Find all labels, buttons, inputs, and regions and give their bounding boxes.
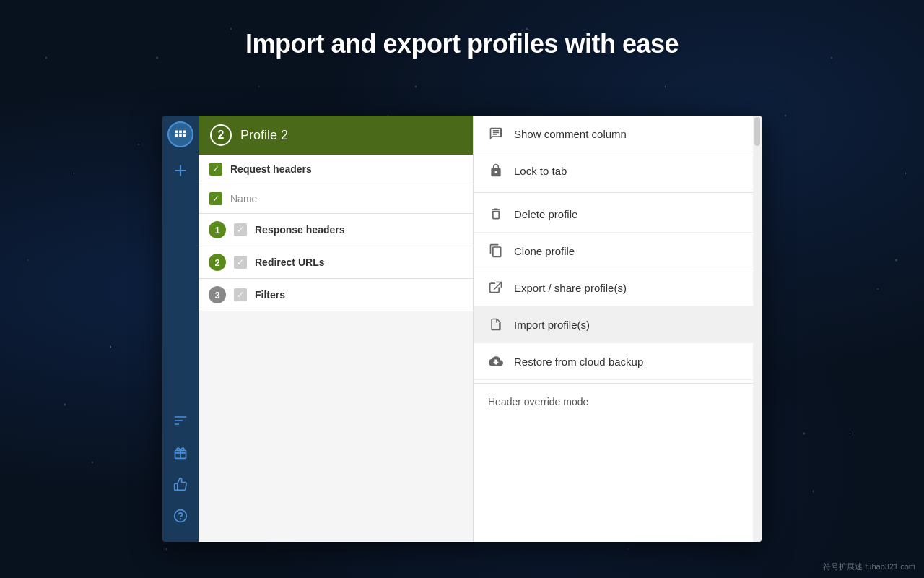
profile-number: 2	[210, 124, 232, 146]
dropdown-panel: Show comment column Lock to tab Delete p…	[473, 116, 762, 542]
scrollbar-track[interactable]	[753, 116, 762, 542]
separator-1	[474, 192, 762, 193]
menu-item-clone-profile[interactable]: Clone profile	[474, 233, 762, 269]
profile-name: Profile 2	[240, 128, 288, 143]
import-svg	[489, 317, 503, 332]
comment-svg	[489, 126, 503, 141]
sidebar-bottom	[167, 406, 193, 536]
add-icon	[173, 163, 188, 178]
thumbsup-icon	[173, 477, 188, 491]
show-comment-label: Show comment column	[514, 128, 627, 140]
header-override-mode-label: Header override mode	[474, 387, 762, 416]
cloud-svg	[489, 354, 503, 368]
main-panel: 2 Profile 2 Request headers Name 1 Respo…	[199, 116, 473, 542]
help-button[interactable]	[167, 503, 193, 529]
logo-icon	[173, 126, 188, 142]
cloud-icon	[488, 353, 504, 369]
request-headers-label: Request headers	[230, 163, 312, 175]
gift-button[interactable]	[167, 439, 193, 465]
trash-icon	[488, 206, 504, 222]
checkbox-request-headers[interactable]	[209, 162, 223, 176]
unchecked-icon-redirect	[234, 256, 247, 269]
gift-icon	[173, 445, 188, 460]
profile-header[interactable]: 2 Profile 2	[199, 116, 473, 155]
import-icon	[488, 316, 504, 332]
trash-svg	[489, 207, 503, 221]
export-svg	[489, 280, 503, 295]
section-filters[interactable]: 3 Filters	[199, 279, 473, 311]
checkbox-response-headers[interactable]	[233, 223, 248, 237]
lock-to-tab-label: Lock to tab	[514, 165, 567, 177]
checked-icon	[209, 163, 222, 176]
help-icon	[173, 509, 188, 523]
section-name[interactable]: Name	[199, 184, 473, 214]
unchecked-icon-response	[234, 223, 247, 236]
menu-item-export-profile[interactable]: Export / share profile(s)	[474, 269, 762, 306]
lock-svg	[489, 163, 503, 178]
svg-point-5	[180, 519, 181, 519]
import-profile-label: Import profile(s)	[514, 319, 590, 331]
menu-item-restore-cloud[interactable]: Restore from cloud backup	[474, 343, 762, 380]
number-circle-2: 2	[209, 254, 226, 271]
response-headers-label: Response headers	[255, 224, 345, 236]
delete-profile-label: Delete profile	[514, 208, 578, 220]
number-circle-3: 3	[209, 286, 226, 303]
separator-2	[474, 383, 762, 384]
comment-icon	[488, 126, 504, 142]
page-title: Import and export profiles with ease	[0, 29, 924, 59]
export-profile-label: Export / share profile(s)	[514, 282, 627, 294]
restore-cloud-label: Restore from cloud backup	[514, 355, 643, 368]
clone-icon	[488, 243, 504, 259]
sort-icon	[173, 413, 188, 428]
menu-item-show-comment[interactable]: Show comment column	[474, 116, 762, 152]
clone-profile-label: Clone profile	[514, 245, 575, 257]
section-request-headers[interactable]: Request headers	[199, 155, 473, 184]
menu-item-lock-to-tab[interactable]: Lock to tab	[474, 152, 762, 189]
add-button[interactable]	[167, 158, 193, 184]
number-circle-1: 1	[209, 221, 226, 238]
export-icon	[488, 280, 504, 296]
redirect-urls-label: Redirect URLs	[255, 256, 324, 268]
lock-icon	[488, 163, 504, 178]
app-container: 2 Profile 2 Request headers Name 1 Respo…	[162, 116, 762, 542]
scrollbar-thumb[interactable]	[754, 117, 760, 146]
checkbox-redirect-urls[interactable]	[233, 255, 248, 269]
thumbsup-button[interactable]	[167, 471, 193, 497]
menu-item-delete-profile[interactable]: Delete profile	[474, 196, 762, 233]
section-redirect-urls[interactable]: 2 Redirect URLs	[199, 246, 473, 279]
checked-icon-name	[209, 192, 222, 205]
app-logo[interactable]	[167, 121, 193, 147]
name-label: Name	[230, 193, 257, 204]
filters-label: Filters	[255, 289, 285, 301]
menu-item-import-profile[interactable]: Import profile(s)	[474, 306, 762, 343]
section-response-headers[interactable]: 1 Response headers	[199, 214, 473, 246]
sidebar	[162, 116, 199, 542]
watermark: 符号扩展迷 fuhao321.com	[823, 561, 915, 572]
sort-button[interactable]	[167, 407, 193, 434]
unchecked-icon-filters	[234, 288, 247, 301]
checkbox-name[interactable]	[209, 191, 223, 206]
clone-svg	[489, 243, 503, 258]
checkbox-filters[interactable]	[233, 288, 248, 302]
